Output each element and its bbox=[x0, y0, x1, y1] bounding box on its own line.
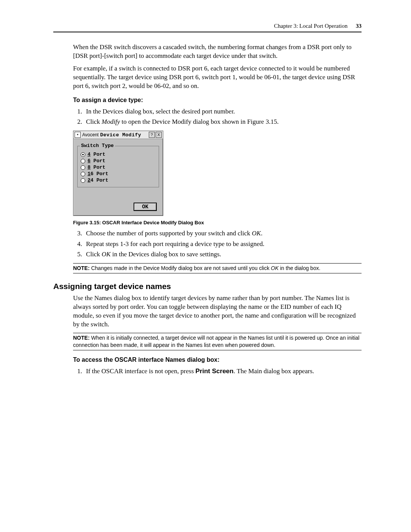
radio-icon bbox=[81, 159, 85, 163]
option-16-port[interactable]: 16 Port bbox=[81, 171, 156, 177]
step-2: Click Modify to open the Device Modify d… bbox=[84, 117, 362, 127]
ok-button[interactable]: OK bbox=[134, 203, 157, 211]
chapter-title: Chapter 3: Local Port Operation bbox=[274, 23, 347, 29]
device-modify-dialog: ✦ Avocent Device Modify ? X Switch Type … bbox=[73, 131, 163, 216]
option-4-port[interactable]: 4 Port bbox=[81, 152, 156, 157]
access-step-1: If the OSCAR interface is not open, pres… bbox=[84, 366, 362, 376]
radio-icon bbox=[81, 178, 85, 183]
page: Chapter 3: Local Port Operation 33 When … bbox=[0, 0, 411, 532]
assign-steps-1-2: In the Devices dialog box, select the de… bbox=[73, 107, 362, 127]
dialog-footer: OK bbox=[77, 200, 159, 213]
intro-para-2: For example, if a switch is connected to… bbox=[73, 64, 362, 91]
step-5: Click OK in the Devices dialog box to sa… bbox=[84, 249, 362, 259]
dialog-titlebar: ✦ Avocent Device Modify ? X bbox=[73, 131, 163, 139]
note-device-modify: NOTE: Changes made in the Device Modify … bbox=[73, 263, 362, 273]
close-button[interactable]: X bbox=[156, 132, 162, 138]
switch-type-group: Switch Type 4 Port 6 Port 8 Port 16 Port… bbox=[77, 146, 159, 187]
help-button[interactable]: ? bbox=[149, 132, 155, 138]
assigning-names-heading: Assigning target device names bbox=[53, 282, 362, 291]
step-3: Choose the number of ports supported by … bbox=[84, 228, 362, 238]
header-rule bbox=[53, 32, 362, 32]
dialog-brand: Avocent bbox=[82, 132, 99, 137]
assign-heading: To assign a device type: bbox=[73, 97, 362, 104]
note-names: NOTE: When it is initially connected, a … bbox=[73, 333, 362, 350]
radio-icon bbox=[81, 172, 85, 176]
step-4: Repeat steps 1-3 for each port requiring… bbox=[84, 239, 362, 249]
access-heading: To access the OSCAR interface Names dial… bbox=[73, 356, 362, 363]
option-24-port[interactable]: 24 Port bbox=[81, 177, 156, 183]
assign-steps-3-5: Choose the number of ports supported by … bbox=[73, 228, 362, 259]
radio-icon bbox=[81, 165, 85, 170]
switch-type-legend: Switch Type bbox=[80, 143, 115, 149]
option-8-port[interactable]: 8 Port bbox=[81, 165, 156, 170]
radio-icon bbox=[81, 152, 85, 157]
option-6-port[interactable]: 6 Port bbox=[81, 158, 156, 164]
names-para: Use the Names dialog box to identify tar… bbox=[73, 294, 362, 329]
page-number: 33 bbox=[356, 23, 362, 29]
dialog-body: Switch Type 4 Port 6 Port 8 Port 16 Port… bbox=[73, 139, 163, 216]
step-1: In the Devices dialog box, select the de… bbox=[84, 107, 362, 117]
intro-para-1: When the DSR switch discovers a cascaded… bbox=[73, 43, 362, 61]
access-steps: If the OSCAR interface is not open, pres… bbox=[73, 366, 362, 376]
body: When the DSR switch discovers a cascaded… bbox=[73, 43, 362, 273]
app-logo-icon: ✦ bbox=[75, 132, 81, 138]
dialog-title: Device Modify bbox=[100, 132, 148, 138]
running-header: Chapter 3: Local Port Operation 33 bbox=[53, 23, 362, 32]
body-2: Use the Names dialog box to identify tar… bbox=[73, 294, 362, 376]
figure-caption: Figure 3.15: OSCAR Interface Device Modi… bbox=[73, 220, 362, 225]
